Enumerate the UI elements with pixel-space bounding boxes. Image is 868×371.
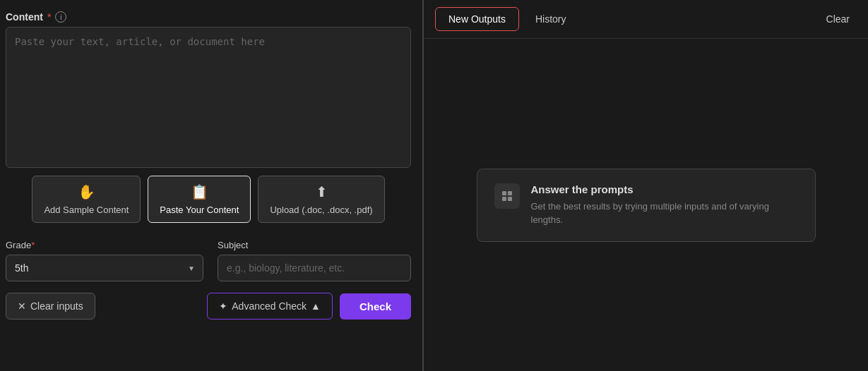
- content-button-group: ✋ Add Sample Content 📋 Paste Your Conten…: [6, 170, 411, 229]
- upload-icon: ⬆: [316, 183, 328, 200]
- advanced-check-button[interactable]: ✦ Advanced Check ▲: [207, 293, 333, 320]
- tab-history[interactable]: History: [522, 7, 580, 31]
- settings-icon: ✦: [219, 300, 227, 312]
- paste-content-button[interactable]: 📋 Paste Your Content: [148, 176, 251, 223]
- grade-group: Grade* K 1st 2nd 3rd 4th 5th 6th 7th 8th…: [6, 240, 203, 281]
- fields-row: Grade* K 1st 2nd 3rd 4th 5th 6th 7th 8th…: [6, 240, 411, 281]
- svg-rect-3: [508, 197, 512, 201]
- left-panel: Content* i ✋ Add Sample Content 📋 Paste …: [0, 0, 424, 371]
- svg-rect-0: [502, 191, 506, 195]
- grade-required: *: [31, 240, 35, 250]
- grade-select-wrapper: K 1st 2nd 3rd 4th 5th 6th 7th 8th 9th 10…: [6, 255, 203, 281]
- hint-description: Get the best results by trying multiple …: [531, 200, 798, 227]
- subject-label: Subject: [218, 240, 411, 250]
- paste-icon: 📋: [191, 183, 208, 200]
- tab-history-label: History: [535, 13, 566, 25]
- content-required: *: [47, 11, 51, 23]
- right-panel: New Outputs History Clear Answer the pro…: [424, 0, 868, 371]
- svg-rect-1: [508, 191, 512, 195]
- upload-label: Upload (.doc, .docx, .pdf): [270, 205, 372, 215]
- tab-new-outputs-label: New Outputs: [448, 13, 506, 25]
- content-textarea[interactable]: [6, 27, 411, 168]
- subject-input[interactable]: [218, 255, 411, 281]
- grade-label: Grade*: [6, 240, 203, 250]
- upload-button[interactable]: ⬆ Upload (.doc, .docx, .pdf): [258, 176, 384, 223]
- tab-new-outputs[interactable]: New Outputs: [435, 7, 519, 31]
- hand-icon: ✋: [78, 183, 95, 200]
- content-info-icon[interactable]: i: [55, 11, 66, 23]
- chevron-up-icon: ▲: [311, 300, 321, 312]
- hint-icon: [494, 183, 520, 209]
- add-sample-button[interactable]: ✋ Add Sample Content: [32, 176, 141, 223]
- right-content: Answer the prompts Get the best results …: [424, 39, 868, 371]
- hint-card: Answer the prompts Get the best results …: [477, 169, 816, 242]
- add-sample-label: Add Sample Content: [44, 205, 129, 215]
- grade-select[interactable]: K 1st 2nd 3rd 4th 5th 6th 7th 8th 9th 10…: [6, 255, 203, 281]
- hint-title: Answer the prompts: [531, 183, 798, 195]
- content-label: Content: [6, 11, 43, 23]
- bottom-actions: ✕ Clear inputs ✦ Advanced Check ▲ Check: [6, 293, 411, 320]
- paste-content-label: Paste Your Content: [160, 205, 239, 215]
- svg-rect-2: [502, 197, 506, 201]
- right-header: New Outputs History Clear: [424, 0, 868, 39]
- hint-text: Answer the prompts Get the best results …: [531, 183, 798, 227]
- check-label: Check: [359, 300, 391, 312]
- clear-right-label: Clear: [826, 13, 850, 25]
- clear-right-button[interactable]: Clear: [819, 9, 857, 29]
- subject-group: Subject: [218, 240, 411, 281]
- check-button[interactable]: Check: [340, 293, 411, 320]
- advanced-check-label: Advanced Check: [232, 300, 307, 312]
- x-icon: ✕: [18, 300, 26, 312]
- clear-inputs-label: Clear inputs: [30, 300, 83, 312]
- content-section: Content* i ✋ Add Sample Content 📋 Paste …: [6, 11, 411, 229]
- clear-inputs-button[interactable]: ✕ Clear inputs: [6, 293, 95, 320]
- content-header: Content* i: [6, 11, 411, 23]
